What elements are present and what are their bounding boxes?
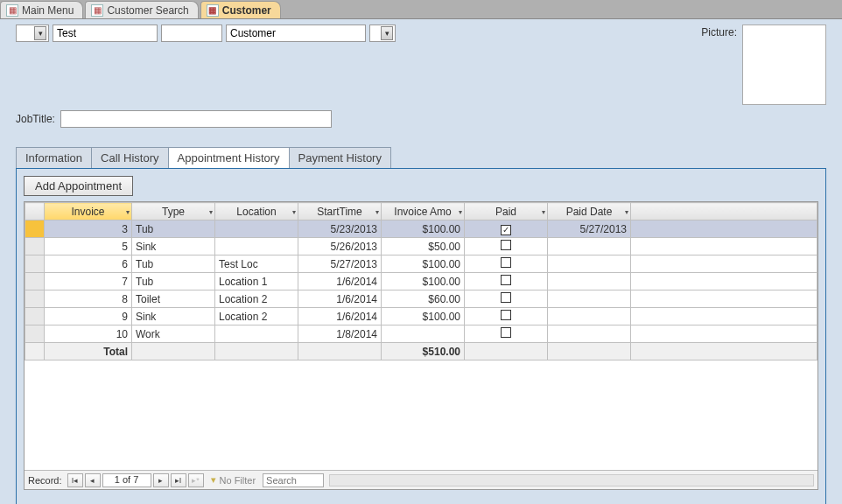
cell-location[interactable]: Location 2 bbox=[215, 290, 298, 308]
cell-paid[interactable] bbox=[465, 290, 548, 308]
cell-location[interactable] bbox=[215, 238, 298, 256]
table-row[interactable]: 9SinkLocation 21/6/2014$100.00 bbox=[25, 308, 817, 326]
suffix-dropdown[interactable] bbox=[369, 24, 396, 42]
row-selector[interactable] bbox=[25, 308, 45, 326]
nav-last-button[interactable]: ▸I bbox=[171, 473, 186, 487]
tab-information[interactable]: Information bbox=[16, 147, 92, 168]
cell-paid-date[interactable] bbox=[548, 290, 631, 308]
cell-invoice[interactable]: 5 bbox=[45, 238, 132, 256]
cell-starttime[interactable]: 1/6/2014 bbox=[298, 273, 382, 290]
cell-paid[interactable]: ✓ bbox=[465, 220, 548, 238]
cell-type[interactable]: Sink bbox=[132, 238, 215, 256]
cell-type[interactable]: Tub bbox=[132, 256, 215, 273]
row-selector[interactable] bbox=[25, 290, 45, 308]
cell-starttime[interactable]: 1/8/2014 bbox=[298, 326, 382, 343]
cell-starttime[interactable]: 5/23/2013 bbox=[298, 220, 382, 238]
col-type[interactable]: Type▾ bbox=[132, 203, 215, 220]
cell-starttime[interactable]: 5/26/2013 bbox=[298, 238, 382, 256]
cell-amount[interactable]: $100.00 bbox=[382, 308, 465, 326]
nav-prev-button[interactable]: ◂ bbox=[85, 473, 101, 487]
col-starttime[interactable]: StartTime▾ bbox=[298, 203, 382, 220]
cell-starttime[interactable]: 5/27/2013 bbox=[298, 256, 382, 273]
cell-starttime[interactable]: 1/6/2014 bbox=[298, 308, 382, 326]
checkbox-icon[interactable] bbox=[501, 310, 511, 320]
row-selector[interactable] bbox=[25, 238, 45, 256]
cell-type[interactable]: Tub bbox=[132, 220, 215, 238]
grid-search-input[interactable] bbox=[263, 473, 324, 487]
grid-viewport[interactable]: Invoice▾ Type▾ Location▾ StartTime▾ Invo… bbox=[25, 202, 817, 470]
cell-location[interactable]: Location 1 bbox=[215, 273, 298, 290]
jobtitle-input[interactable] bbox=[60, 110, 332, 128]
cell-paid-date[interactable] bbox=[548, 256, 631, 273]
row-selector[interactable] bbox=[25, 273, 45, 290]
cell-paid-date[interactable] bbox=[548, 238, 631, 256]
cell-paid-date[interactable]: 5/27/2013 bbox=[548, 220, 631, 238]
cell-type[interactable]: Sink bbox=[132, 308, 215, 326]
cell-type[interactable]: Work bbox=[132, 326, 215, 343]
cell-invoice[interactable]: 6 bbox=[45, 256, 132, 273]
table-row[interactable]: 3Tub5/23/2013$100.00✓5/27/2013 bbox=[25, 220, 817, 238]
checkbox-icon[interactable] bbox=[501, 257, 511, 268]
horizontal-scrollbar[interactable] bbox=[329, 474, 814, 486]
cell-amount[interactable]: $100.00 bbox=[382, 256, 465, 273]
cell-location[interactable] bbox=[215, 220, 298, 238]
cell-type[interactable]: Tub bbox=[132, 273, 215, 290]
last-name-input[interactable] bbox=[226, 24, 366, 42]
cell-amount[interactable]: $100.00 bbox=[382, 273, 465, 290]
table-row[interactable]: 7TubLocation 11/6/2014$100.00 bbox=[25, 273, 817, 290]
checkbox-icon[interactable] bbox=[501, 275, 511, 285]
tab-customer[interactable]: Customer bbox=[200, 1, 281, 18]
prefix-dropdown[interactable] bbox=[16, 24, 49, 42]
picture-box[interactable] bbox=[742, 24, 826, 105]
table-row[interactable]: 10Work1/8/2014 bbox=[25, 326, 817, 343]
cell-amount[interactable] bbox=[382, 326, 465, 343]
cell-paid[interactable] bbox=[465, 326, 548, 343]
tab-payment-history[interactable]: Payment History bbox=[289, 147, 391, 168]
row-selector-header[interactable] bbox=[25, 203, 45, 220]
nav-next-button[interactable]: ▸ bbox=[153, 473, 169, 487]
cell-paid-date[interactable] bbox=[548, 308, 631, 326]
filter-indicator[interactable]: ▾ No Filter bbox=[206, 474, 262, 486]
cell-paid[interactable] bbox=[465, 273, 548, 290]
cell-starttime[interactable]: 1/6/2014 bbox=[298, 290, 382, 308]
col-paid[interactable]: Paid▾ bbox=[465, 203, 548, 220]
first-name-input[interactable] bbox=[53, 24, 158, 42]
cell-location[interactable]: Location 2 bbox=[215, 308, 298, 326]
checkbox-icon[interactable] bbox=[501, 240, 511, 250]
tab-customer-search[interactable]: Customer Search bbox=[85, 1, 198, 18]
row-selector[interactable] bbox=[25, 256, 45, 273]
row-selector[interactable] bbox=[25, 326, 45, 343]
row-selector[interactable] bbox=[25, 220, 45, 238]
nav-new-button[interactable]: ▸* bbox=[188, 473, 204, 487]
table-row[interactable]: 5Sink5/26/2013$50.00 bbox=[25, 238, 817, 256]
col-location[interactable]: Location▾ bbox=[215, 203, 298, 220]
checkbox-icon[interactable] bbox=[501, 327, 511, 338]
cell-invoice[interactable]: 7 bbox=[45, 273, 132, 290]
cell-location[interactable] bbox=[215, 326, 298, 343]
cell-paid[interactable] bbox=[465, 256, 548, 273]
cell-paid-date[interactable] bbox=[548, 326, 631, 343]
cell-location[interactable]: Test Loc bbox=[215, 256, 298, 273]
cell-paid[interactable] bbox=[465, 238, 548, 256]
cell-invoice[interactable]: 8 bbox=[45, 290, 132, 308]
col-paid-date[interactable]: Paid Date▾ bbox=[548, 203, 631, 220]
cell-amount[interactable]: $100.00 bbox=[382, 220, 465, 238]
col-invoice-amount[interactable]: Invoice Amo▾ bbox=[382, 203, 465, 220]
cell-type[interactable]: Toilet bbox=[132, 290, 215, 308]
tab-main-menu[interactable]: Main Menu bbox=[0, 1, 83, 18]
cell-invoice[interactable]: 9 bbox=[45, 308, 132, 326]
col-invoice[interactable]: Invoice▾ bbox=[45, 203, 132, 220]
table-row[interactable]: 8ToiletLocation 21/6/2014$60.00 bbox=[25, 290, 817, 308]
tab-appointment-history[interactable]: Appointment History bbox=[168, 147, 290, 168]
checkbox-icon[interactable] bbox=[501, 292, 511, 303]
cell-amount[interactable]: $60.00 bbox=[382, 290, 465, 308]
nav-first-button[interactable]: I◂ bbox=[67, 473, 83, 487]
cell-invoice[interactable]: 3 bbox=[45, 220, 132, 238]
tab-call-history[interactable]: Call History bbox=[91, 147, 168, 168]
cell-paid-date[interactable] bbox=[548, 273, 631, 290]
cell-amount[interactable]: $50.00 bbox=[382, 238, 465, 256]
cell-paid[interactable] bbox=[465, 308, 548, 326]
cell-invoice[interactable]: 10 bbox=[45, 326, 132, 343]
record-position[interactable]: 1 of 7 bbox=[102, 473, 151, 487]
add-appointment-button[interactable]: Add Appointment bbox=[24, 176, 133, 196]
